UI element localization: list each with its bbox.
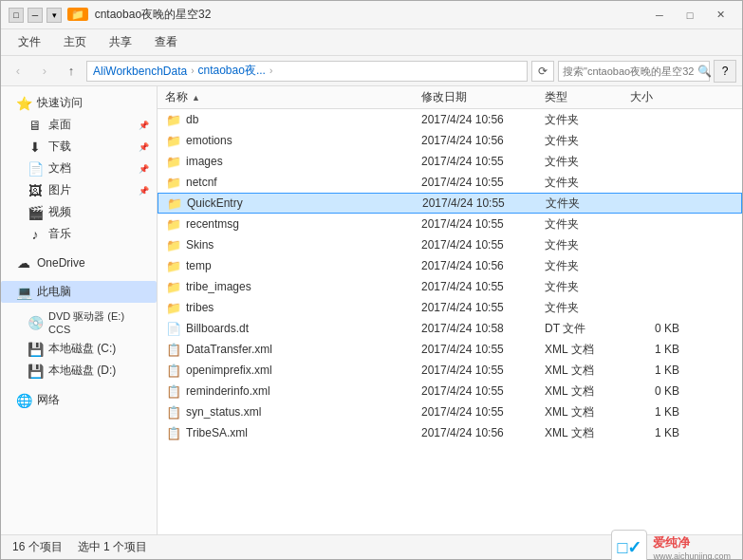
menu-file[interactable]: 文件 xyxy=(9,30,50,54)
pin-icon-desktop: 📌 xyxy=(139,121,149,130)
col-name-header[interactable]: 名称 ▲ xyxy=(165,89,421,105)
sidebar-item-network[interactable]: 🌐 网络 xyxy=(1,389,157,411)
sidebar-item-videos[interactable]: 🎬 视频 xyxy=(1,201,157,223)
window-icon-3: ▾ xyxy=(46,8,62,23)
music-icon: ♪ xyxy=(28,227,43,242)
table-row[interactable]: 📋 DataTransfer.xml 2017/4/24 10:55 XML 文… xyxy=(158,339,742,360)
table-row[interactable]: 📋 reminderinfo.xml 2017/4/24 10:55 XML 文… xyxy=(158,381,742,401)
sidebar-item-music[interactable]: ♪ 音乐 xyxy=(1,223,157,245)
sidebar-item-quick-access[interactable]: ⭐ 快速访问 xyxy=(1,92,157,114)
file-name: DataTransfer.xml xyxy=(186,343,421,356)
file-name: images xyxy=(186,155,421,168)
dt-icon: 📄 xyxy=(165,321,182,336)
folder-icon: 📁 xyxy=(165,154,182,169)
bc-sep-1: › xyxy=(191,65,194,76)
menu-bar: 文件 主页 共享 查看 xyxy=(1,29,742,56)
menu-view[interactable]: 查看 xyxy=(145,30,187,54)
folder-icon: 📁 xyxy=(165,279,182,294)
network-icon: 🌐 xyxy=(16,393,31,408)
file-name: recentmsg xyxy=(186,217,421,231)
up-button[interactable]: ↑ xyxy=(60,60,83,83)
sidebar-label-music: 音乐 xyxy=(48,226,71,242)
back-button[interactable]: ‹ xyxy=(7,60,29,83)
minimize-button[interactable]: ─ xyxy=(645,6,674,25)
maximize-button[interactable]: □ xyxy=(676,6,704,25)
address-bar: ‹ › ↑ AliWorkbenchData › cntaobao夜... › … xyxy=(1,56,742,86)
file-date: 2017/4/24 10:55 xyxy=(421,155,545,168)
file-name: emotions xyxy=(186,134,421,147)
close-button[interactable]: ✕ xyxy=(706,6,734,25)
file-name: Billboards.dt xyxy=(186,322,421,335)
window-title-text: cntaobao夜晚的星空32 xyxy=(95,8,212,21)
diskd-icon: 💾 xyxy=(28,364,43,379)
sidebar: ⭐ 快速访问 🖥 桌面 📌 ⬇ 下载 📌 📄 文档 📌 🖼 图片 � xyxy=(1,86,158,534)
sidebar-item-onedrive[interactable]: ☁ OneDrive xyxy=(1,252,157,273)
pin-icon-pics: 📌 xyxy=(139,186,149,196)
menu-home[interactable]: 主页 xyxy=(54,30,96,54)
column-headers: 名称 ▲ 修改日期 类型 大小 xyxy=(158,86,742,109)
table-row[interactable]: 📋 openimprefix.xml 2017/4/24 10:55 XML 文… xyxy=(158,360,742,381)
file-type: 文件夹 xyxy=(545,279,630,295)
file-name: tribe_images xyxy=(186,280,421,293)
sidebar-divider-1 xyxy=(1,245,157,252)
window-controls: ─ □ ✕ xyxy=(645,6,734,25)
forward-button[interactable]: › xyxy=(33,60,56,83)
table-row[interactable]: 📄 Billboards.dt 2017/4/24 10:58 DT 文件 0 … xyxy=(158,318,742,339)
file-date: 2017/4/24 10:55 xyxy=(421,176,545,189)
folder-icon: 📁 xyxy=(165,216,182,232)
table-row[interactable]: 📁 tribe_images 2017/4/24 10:55 文件夹 xyxy=(158,276,742,297)
sidebar-label-quick-access: 快速访问 xyxy=(37,95,83,111)
table-row[interactable]: 📁 temp 2017/4/24 10:56 文件夹 xyxy=(158,255,742,276)
xml-icon: 📋 xyxy=(165,404,182,420)
table-row[interactable]: 📁 recentmsg 2017/4/24 10:55 文件夹 xyxy=(158,214,742,234)
sidebar-item-download[interactable]: ⬇ 下载 📌 xyxy=(1,136,157,158)
sidebar-item-desktop[interactable]: 🖥 桌面 📌 xyxy=(1,114,157,136)
table-row[interactable]: 📁 QuickEntry 2017/4/24 10:55 文件夹 xyxy=(158,193,742,214)
xml-icon: 📋 xyxy=(165,383,182,399)
file-type: 文件夹 xyxy=(545,237,630,253)
file-type: 文件夹 xyxy=(545,175,630,191)
watermark: □✓ 爱纯净 www.aichunjing.com xyxy=(611,530,731,561)
file-type: 文件夹 xyxy=(546,196,631,212)
help-button[interactable]: ? xyxy=(714,60,736,83)
table-row[interactable]: 📁 emotions 2017/4/24 10:56 文件夹 xyxy=(158,130,742,151)
refresh-button[interactable]: ⟳ xyxy=(531,61,554,82)
col-size-header[interactable]: 大小 xyxy=(630,89,687,105)
table-row[interactable]: 📁 db 2017/4/24 10:56 文件夹 xyxy=(158,109,742,130)
folder-icon: 📁 xyxy=(165,237,182,252)
sidebar-label-download: 下载 xyxy=(48,139,71,155)
xml-icon: 📋 xyxy=(165,425,182,440)
table-row[interactable]: 📋 syn_status.xml 2017/4/24 10:55 XML 文档 … xyxy=(158,401,742,422)
table-row[interactable]: 📋 TribeSA.xml 2017/4/24 10:56 XML 文档 1 K… xyxy=(158,422,742,443)
window-icon-2: ─ xyxy=(28,8,43,23)
search-icon[interactable]: 🔍 xyxy=(697,65,712,78)
col-type-header[interactable]: 类型 xyxy=(545,89,630,105)
menu-share[interactable]: 共享 xyxy=(100,30,141,54)
pin-icon-download: 📌 xyxy=(139,142,149,152)
file-date: 2017/4/24 10:56 xyxy=(421,113,545,126)
search-input[interactable] xyxy=(563,65,694,77)
folder-icon: 📁 xyxy=(165,258,182,273)
sidebar-divider-2 xyxy=(1,273,157,281)
file-list: 📁 db 2017/4/24 10:56 文件夹 📁 emotions 2017… xyxy=(158,109,742,534)
status-count: 16 个项目 xyxy=(12,539,63,555)
sidebar-item-docs[interactable]: 📄 文档 📌 xyxy=(1,158,157,179)
table-row[interactable]: 📁 tribes 2017/4/24 10:55 文件夹 xyxy=(158,297,742,318)
sidebar-divider-4 xyxy=(1,382,157,389)
thispc-icon: 💻 xyxy=(16,285,31,300)
sidebar-label-thispc: 此电脑 xyxy=(37,284,71,300)
sidebar-item-diskc[interactable]: 💾 本地磁盘 (C:) xyxy=(1,338,157,360)
bc-item-1[interactable]: AliWorkbenchData xyxy=(93,65,187,78)
table-row[interactable]: 📁 Skins 2017/4/24 10:55 文件夹 xyxy=(158,234,742,255)
download-icon: ⬇ xyxy=(28,140,43,155)
sidebar-label-videos: 视频 xyxy=(48,204,71,220)
file-size: 0 KB xyxy=(630,384,687,398)
sidebar-item-pics[interactable]: 🖼 图片 📌 xyxy=(1,179,157,201)
sidebar-item-thispc[interactable]: 💻 此电脑 xyxy=(1,281,157,303)
sidebar-item-dvd[interactable]: 💿 DVD 驱动器 (E:) CCS xyxy=(1,307,157,338)
sidebar-item-diskd[interactable]: 💾 本地磁盘 (D:) xyxy=(1,360,157,382)
col-date-header[interactable]: 修改日期 xyxy=(421,89,545,105)
table-row[interactable]: 📁 netcnf 2017/4/24 10:55 文件夹 xyxy=(158,172,742,193)
bc-item-2[interactable]: cntaobao夜... xyxy=(198,63,266,79)
table-row[interactable]: 📁 images 2017/4/24 10:55 文件夹 xyxy=(158,151,742,172)
